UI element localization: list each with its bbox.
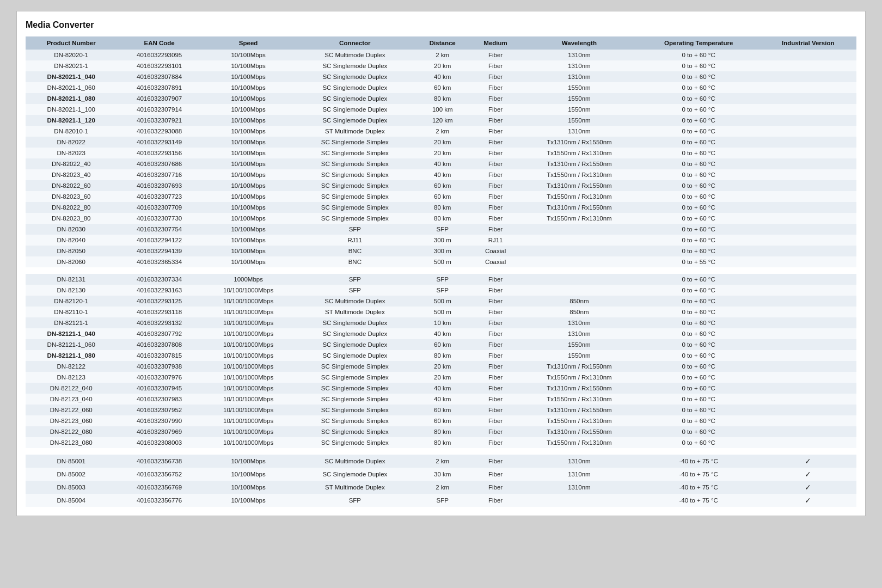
main-container: Media Converter Product NumberEAN CodeSp…: [16, 11, 866, 516]
cell-distance: 40 km: [415, 71, 470, 82]
cell-connector: SC Singlemode Simplex: [295, 213, 415, 224]
cell-connector: SC Multimode Duplex: [295, 296, 415, 307]
table-row: DN-82021-1_100401603230791410/100MbpsSC …: [26, 104, 856, 115]
cell-ean: 4016032307976: [117, 372, 201, 383]
cell-industrial: [759, 285, 856, 296]
column-header-distance: Distance: [415, 36, 470, 50]
cell-connector: SFP: [295, 285, 415, 296]
cell-speed: 10/100/1000Mbps: [202, 339, 295, 350]
cell-speed: 10/100Mbps: [202, 115, 295, 126]
cell-speed: 10/100/1000Mbps: [202, 317, 295, 328]
cell-pn: DN-82022_40: [26, 158, 117, 169]
cell-industrial: [759, 274, 856, 285]
cell-distance: 2 km: [415, 455, 470, 468]
cell-industrial: [759, 296, 856, 307]
cell-wavelength: Tx1550nm / Rx1310nm: [521, 372, 638, 383]
cell-temp: 0 to + 60 °C: [638, 137, 760, 148]
cell-connector: SC Singlemode Simplex: [295, 437, 415, 448]
cell-temp: 0 to + 60 °C: [638, 213, 760, 224]
table-row: DN-82021-1_060401603230789110/100MbpsSC …: [26, 82, 856, 93]
cell-medium: Fiber: [470, 383, 521, 394]
cell-temp: -40 to + 75 °C: [638, 455, 760, 468]
checkmark-icon: ✓: [805, 496, 811, 505]
cell-connector: SC Singlemode Duplex: [295, 60, 415, 71]
cell-medium: Fiber: [470, 60, 521, 71]
cell-distance: 60 km: [415, 191, 470, 202]
cell-medium: Fiber: [470, 481, 521, 494]
table-row: DN-82123_060401603230799010/100/1000Mbps…: [26, 415, 856, 426]
cell-speed: 10/100Mbps: [202, 60, 295, 71]
cell-ean: 4016032293163: [117, 285, 201, 296]
table-row: DN-82022_60401603230769310/100MbpsSC Sin…: [26, 180, 856, 191]
cell-medium: Fiber: [470, 405, 521, 415]
cell-speed: 10/100Mbps: [202, 148, 295, 158]
spacer-row: [26, 448, 856, 455]
cell-wavelength: [521, 285, 638, 296]
table-header-row: Product NumberEAN CodeSpeedConnectorDist…: [26, 36, 856, 50]
cell-ean: 4016032293132: [117, 317, 201, 328]
table-row: DN-82022_80401603230770910/100MbpsSC Sin…: [26, 202, 856, 213]
cell-wavelength: [521, 494, 638, 507]
cell-medium: Fiber: [470, 213, 521, 224]
cell-temp: 0 to + 60 °C: [638, 394, 760, 405]
cell-medium: Fiber: [470, 115, 521, 126]
cell-connector: BNC: [295, 256, 415, 267]
cell-connector: SC Singlemode Simplex: [295, 383, 415, 394]
cell-pn: DN-82023_80: [26, 213, 117, 224]
cell-distance: 60 km: [415, 339, 470, 350]
cell-wavelength: 1550nm: [521, 339, 638, 350]
cell-distance: 80 km: [415, 202, 470, 213]
cell-speed: 10/100Mbps: [202, 455, 295, 468]
cell-wavelength: Tx1310nm / Rx1550nm: [521, 180, 638, 191]
cell-medium: Coaxial: [470, 246, 521, 256]
spacer-row: [26, 267, 856, 274]
cell-ean: 4016032356752: [117, 468, 201, 481]
table-row: DN-82021-1_040401603230788410/100MbpsSC …: [26, 71, 856, 82]
cell-wavelength: 1550nm: [521, 104, 638, 115]
cell-industrial: [759, 126, 856, 137]
cell-pn: DN-82023_40: [26, 169, 117, 180]
cell-distance: 40 km: [415, 383, 470, 394]
cell-distance: 20 km: [415, 137, 470, 148]
table-row: DN-85004401603235677610/100MbpsSFPSFPFib…: [26, 494, 856, 507]
cell-industrial: [759, 148, 856, 158]
cell-industrial: [759, 317, 856, 328]
cell-industrial: [759, 394, 856, 405]
cell-speed: 10/100Mbps: [202, 213, 295, 224]
cell-temp: 0 to + 60 °C: [638, 437, 760, 448]
cell-temp: -40 to + 75 °C: [638, 468, 760, 481]
cell-speed: 10/100Mbps: [202, 224, 295, 235]
cell-medium: Fiber: [470, 137, 521, 148]
table-row: DN-8213140160323073341000MbpsSFPSFPFiber…: [26, 274, 856, 285]
cell-pn: DN-82121-1_080: [26, 350, 117, 361]
cell-speed: 10/100/1000Mbps: [202, 350, 295, 361]
cell-distance: 20 km: [415, 372, 470, 383]
cell-temp: 0 to + 60 °C: [638, 169, 760, 180]
cell-industrial: [759, 60, 856, 71]
cell-pn: DN-82021-1: [26, 60, 117, 71]
cell-speed: 10/100/1000Mbps: [202, 296, 295, 307]
cell-medium: Fiber: [470, 372, 521, 383]
cell-connector: SC Singlemode Simplex: [295, 426, 415, 437]
cell-wavelength: 1550nm: [521, 82, 638, 93]
cell-temp: 0 to + 60 °C: [638, 202, 760, 213]
table-row: DN-82010-1401603229308810/100MbpsST Mult…: [26, 126, 856, 137]
cell-temp: 0 to + 60 °C: [638, 274, 760, 285]
cell-industrial: [759, 202, 856, 213]
cell-pn: DN-82021-1_060: [26, 82, 117, 93]
cell-speed: 10/100/1000Mbps: [202, 394, 295, 405]
cell-industrial: [759, 256, 856, 267]
cell-wavelength: 1310nm: [521, 481, 638, 494]
column-header-ean-code: EAN Code: [117, 36, 201, 50]
cell-temp: 0 to + 60 °C: [638, 104, 760, 115]
cell-pn: DN-85004: [26, 494, 117, 507]
cell-pn: DN-82123_040: [26, 394, 117, 405]
cell-temp: 0 to + 60 °C: [638, 224, 760, 235]
table-row: DN-82040401603229412210/100MbpsRJ11300 m…: [26, 235, 856, 246]
table-row: DN-82021-1401603229310110/100MbpsSC Sing…: [26, 60, 856, 71]
cell-distance: 60 km: [415, 82, 470, 93]
cell-ean: 4016032307907: [117, 93, 201, 104]
cell-distance: 300 m: [415, 246, 470, 256]
cell-temp: 0 to + 60 °C: [638, 361, 760, 372]
cell-distance: 40 km: [415, 328, 470, 339]
